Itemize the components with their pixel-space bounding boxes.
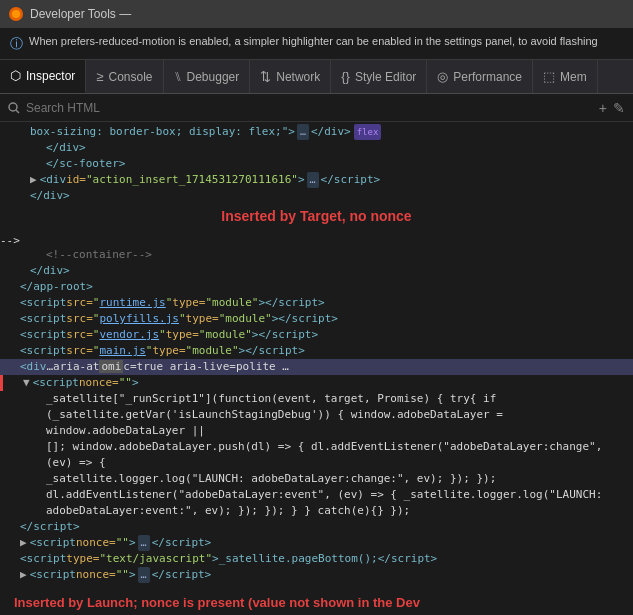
search-bar: + ✎	[0, 94, 633, 122]
code-token: nonce=	[79, 375, 119, 391]
code-token: <!--container-->	[46, 247, 152, 263]
code-token: type=	[66, 551, 99, 567]
code-line: adobeDataLayer:event:", ev); }); }); } }…	[0, 503, 633, 519]
code-token: </script>	[20, 519, 80, 535]
code-token: <script	[20, 311, 66, 327]
code-token: "action_insert_1714531270111616"	[86, 172, 298, 188]
code-token: nonce=	[76, 567, 116, 583]
code-token: >_satellite.pageBottom();</script>	[212, 551, 437, 567]
svg-point-1	[12, 10, 20, 18]
code-token: ></script>	[258, 295, 324, 311]
code-line: <script src= "runtime.js" type= "module"…	[0, 295, 633, 311]
ellipsis-badge[interactable]: …	[297, 124, 309, 140]
tab-network-label: Network	[276, 70, 320, 84]
code-token: >	[132, 375, 139, 391]
tab-network[interactable]: ⇅ Network	[250, 60, 331, 93]
code-line: </div>	[0, 188, 633, 204]
ellipsis-badge[interactable]: …	[138, 567, 150, 583]
code-token: src=	[66, 327, 93, 343]
code-line: <script type= "text/javascript" >_satell…	[0, 551, 633, 567]
code-token: "main.js"	[93, 343, 153, 359]
code-line-selected: <div …aria-atomic=true aria-live=polite …	[0, 359, 633, 375]
code-line: []; window.adobeDataLayer.push(dl) => { …	[0, 439, 633, 471]
code-token: _satellite.logger.log("LAUNCH: adobeData…	[46, 471, 496, 487]
code-token: <script	[20, 295, 66, 311]
code-token: </script>	[152, 535, 212, 551]
code-token: nonce=	[76, 535, 116, 551]
firefox-icon	[8, 6, 24, 22]
svg-line-3	[16, 110, 19, 113]
code-token: ></script>	[272, 311, 338, 327]
code-line: </div>	[0, 140, 633, 156]
tab-style-editor[interactable]: {} Style Editor	[331, 60, 427, 93]
code-line: <script src= "main.js" type= "module" ><…	[0, 343, 633, 359]
code-token: </script>	[321, 172, 381, 188]
ellipsis-badge[interactable]: …	[138, 535, 150, 551]
tab-performance[interactable]: ◎ Performance	[427, 60, 533, 93]
code-token: </div>	[311, 124, 351, 140]
code-line: <!--container-->	[0, 247, 633, 263]
tab-memory[interactable]: ⬚ Mem	[533, 60, 598, 93]
code-token: <script	[20, 551, 66, 567]
code-token: ""	[119, 375, 132, 391]
expand-arrow[interactable]: ▶	[20, 535, 27, 551]
window-title: Developer Tools —	[30, 7, 131, 21]
pick-element-icon[interactable]: ✎	[613, 100, 625, 116]
search-actions: + ✎	[599, 100, 625, 116]
code-line: <script src= "vendor.js" type= "module" …	[0, 327, 633, 343]
code-token: type=	[166, 327, 199, 343]
code-line: ▶ <script nonce= "" > … </script>	[0, 535, 633, 551]
expand-arrow[interactable]: ▶	[30, 172, 37, 188]
code-token: "polyfills.js"	[93, 311, 186, 327]
code-token: "module"	[205, 295, 258, 311]
tab-memory-label: Mem	[560, 70, 587, 84]
code-token: <script	[30, 567, 76, 583]
search-input[interactable]	[26, 101, 593, 115]
code-line: </app-root>	[0, 279, 633, 295]
spacer	[0, 228, 633, 234]
expand-arrow[interactable]: ▶	[20, 567, 27, 583]
code-token: type=	[172, 295, 205, 311]
code-line: </div>	[0, 263, 633, 279]
code-token: …aria-atomic=true aria-live=polite …	[47, 359, 630, 375]
code-token: >	[298, 172, 305, 188]
code-token: <div	[40, 172, 67, 188]
tab-debugger-label: Debugger	[187, 70, 240, 84]
code-token: src=	[66, 343, 93, 359]
code-token: src=	[66, 295, 93, 311]
code-token: dl.addEventListener("adobeDataLayer:even…	[46, 487, 602, 503]
flex-badge: flex	[354, 124, 382, 140]
code-token: ></script>	[252, 327, 318, 343]
title-bar: Developer Tools —	[0, 0, 633, 28]
debugger-icon: ⑊	[174, 69, 182, 84]
code-token: adobeDataLayer:event:", ev); }); }); } }…	[46, 503, 410, 519]
code-token: </div>	[30, 263, 70, 279]
console-icon: ≥	[96, 69, 103, 84]
code-line: dl.addEventListener("adobeDataLayer:even…	[0, 487, 633, 503]
warning-bar: ⓘ When prefers-reduced-motion is enabled…	[0, 28, 633, 60]
tab-debugger[interactable]: ⑊ Debugger	[164, 60, 251, 93]
tab-performance-label: Performance	[453, 70, 522, 84]
code-token: <script	[33, 375, 79, 391]
code-token: src=	[66, 311, 93, 327]
code-token: (_satellite.getVar('isLaunchStagingDebug…	[46, 407, 629, 439]
code-token: "module"	[199, 327, 252, 343]
code-token: type=	[152, 343, 185, 359]
code-token: <div	[20, 359, 47, 375]
annotation-launch: Inserted by Launch; nonce is present (va…	[0, 585, 633, 615]
code-line: box-sizing: border-box; display: flex;">…	[0, 124, 633, 140]
tab-style-editor-label: Style Editor	[355, 70, 416, 84]
code-token: >	[129, 567, 136, 583]
code-token: </app-root>	[20, 279, 93, 295]
add-icon[interactable]: +	[599, 100, 607, 116]
code-line: <script src= "polyfills.js" type= "modul…	[0, 311, 633, 327]
expand-arrow[interactable]: ▼	[23, 375, 30, 391]
tab-console-label: Console	[109, 70, 153, 84]
tab-inspector[interactable]: ⬡ Inspector	[0, 60, 86, 93]
tab-bar: ⬡ Inspector ≥ Console ⑊ Debugger ⇅ Netwo…	[0, 60, 633, 94]
code-token: type=	[186, 311, 219, 327]
tab-console[interactable]: ≥ Console	[86, 60, 163, 93]
code-token: >	[129, 535, 136, 551]
ellipsis-badge[interactable]: …	[307, 172, 319, 188]
code-token: </sc-footer>	[46, 156, 125, 172]
